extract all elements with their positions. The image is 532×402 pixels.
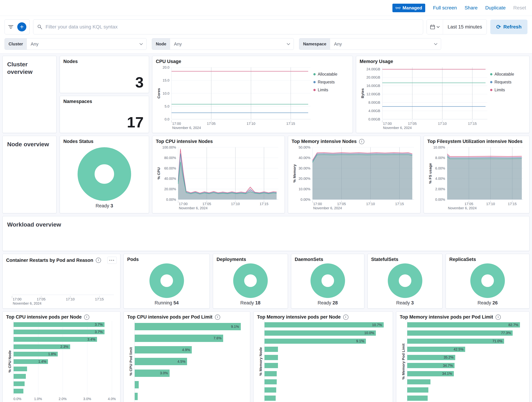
bar[interactable] bbox=[265, 353, 389, 362]
node-filter[interactable]: Node Any bbox=[152, 38, 294, 50]
add-filter-button[interactable]: + bbox=[17, 22, 26, 32]
svg-text:17:10: 17:10 bbox=[438, 122, 447, 126]
top-memory-nodes-title: Top Memory intensive Nodes bbox=[291, 139, 357, 144]
node-filter-value: Any bbox=[170, 41, 287, 47]
replicasets-donut[interactable]: Ready 26 bbox=[449, 263, 526, 306]
bar[interactable] bbox=[135, 379, 247, 391]
svg-text:17:00: 17:00 bbox=[179, 202, 188, 206]
dashboard-grid: Cluster overview Nodes 3 Namespaces 17 C… bbox=[0, 53, 532, 402]
managed-badge[interactable]: Managed bbox=[393, 4, 425, 12]
info-icon[interactable]: i bbox=[495, 314, 501, 320]
namespaces-title: Namespaces bbox=[63, 99, 92, 104]
legend-item[interactable]: Requests bbox=[313, 80, 349, 84]
pods-donut[interactable]: Running 54 bbox=[127, 263, 206, 306]
statefulsets-title: StatefulSets bbox=[371, 257, 398, 262]
donut-ring bbox=[149, 263, 185, 298]
bar[interactable]: 9.1% bbox=[135, 321, 247, 332]
bar[interactable]: 4.9% bbox=[135, 344, 247, 356]
bar[interactable]: 10.0% bbox=[265, 329, 389, 337]
bar[interactable]: 7.6% bbox=[135, 332, 247, 344]
bar[interactable] bbox=[407, 378, 526, 386]
legend-label: Requests bbox=[494, 80, 511, 84]
date-picker: Last 15 minutes bbox=[427, 19, 487, 34]
donut-label: Running 54 bbox=[155, 300, 179, 306]
statefulsets-donut[interactable]: Ready 3 bbox=[371, 263, 439, 306]
bar[interactable] bbox=[265, 378, 389, 386]
full-screen-button[interactable]: Full screen bbox=[433, 5, 457, 11]
bar[interactable] bbox=[265, 386, 389, 394]
time-range-button[interactable]: Last 15 minutes bbox=[443, 24, 487, 30]
bar[interactable]: 10.7% bbox=[265, 321, 389, 329]
bar[interactable]: 42.5% bbox=[407, 345, 526, 353]
bar[interactable]: 35.2% bbox=[407, 353, 526, 362]
info-icon[interactable]: i bbox=[96, 258, 101, 263]
svg-text:17:10: 17:10 bbox=[366, 202, 375, 206]
bar[interactable] bbox=[265, 394, 389, 402]
nodes-count-value: 3 bbox=[135, 75, 145, 90]
bar[interactable]: 3.0% bbox=[135, 367, 247, 379]
daemonsets-donut[interactable]: Ready 28 bbox=[295, 263, 361, 306]
legend-item[interactable]: Requests bbox=[490, 80, 526, 84]
legend-item[interactable]: Limits bbox=[313, 88, 349, 92]
panel-node-overview: Node overview bbox=[2, 136, 57, 213]
calendar-button[interactable] bbox=[427, 19, 443, 34]
bar[interactable] bbox=[14, 388, 117, 395]
top-fs-nodes-chart: 0.00%2.00%4.00%6.00%8.00%10.00%17:0517:1… bbox=[427, 145, 526, 210]
legend-item[interactable]: Allocatable bbox=[313, 72, 349, 77]
bar[interactable]: 4.5% bbox=[135, 356, 247, 367]
bar[interactable]: 34.7% bbox=[407, 362, 526, 370]
bar[interactable] bbox=[265, 345, 389, 353]
panel-top-fs-nodes: Top Filesystem Utilization intensive Nod… bbox=[424, 136, 530, 213]
panel-options-button[interactable]: ··· bbox=[107, 257, 117, 264]
refresh-button[interactable]: ⟳ Refresh bbox=[490, 19, 527, 34]
legend-item[interactable]: Limits bbox=[490, 88, 526, 92]
info-icon[interactable]: i bbox=[215, 314, 220, 320]
cluster-filter[interactable]: Cluster Any bbox=[5, 38, 146, 50]
bar[interactable]: 9.1% bbox=[265, 337, 389, 345]
legend-label: Limits bbox=[494, 88, 505, 92]
bar[interactable] bbox=[265, 362, 389, 370]
legend-item[interactable]: Allocatable bbox=[490, 72, 526, 77]
panel-workload-overview: Workload overview bbox=[2, 216, 530, 251]
svg-text:20.00%: 20.00% bbox=[164, 187, 176, 191]
svg-text:17:05: 17:05 bbox=[337, 202, 346, 206]
bar[interactable] bbox=[265, 370, 389, 378]
bar[interactable] bbox=[407, 394, 526, 402]
search-icon bbox=[37, 24, 42, 30]
donut-label: Ready 18 bbox=[240, 300, 260, 306]
bar[interactable]: 3.7% bbox=[14, 321, 117, 328]
bar[interactable]: 77.3% bbox=[407, 329, 526, 337]
bar[interactable] bbox=[407, 386, 526, 394]
deployments-title: Deployments bbox=[216, 257, 246, 262]
share-button[interactable]: Share bbox=[464, 5, 478, 11]
bar[interactable]: 1.8% bbox=[14, 351, 117, 358]
info-icon[interactable]: i bbox=[343, 314, 348, 320]
bar[interactable]: 71.0% bbox=[407, 337, 526, 345]
donut-ring bbox=[310, 263, 346, 298]
bar[interactable] bbox=[135, 390, 247, 402]
legend-label: Limits bbox=[318, 88, 328, 92]
bar[interactable] bbox=[14, 380, 117, 387]
kql-search-input[interactable] bbox=[45, 24, 419, 30]
donut-ring bbox=[233, 263, 268, 298]
bar[interactable]: 1.4% bbox=[14, 358, 117, 365]
filter-icon[interactable] bbox=[8, 24, 14, 30]
bar[interactable] bbox=[14, 365, 117, 372]
bar[interactable]: 3.4% bbox=[14, 336, 117, 343]
plus-icon: + bbox=[20, 24, 24, 30]
namespace-filter[interactable]: Namespace Any bbox=[299, 38, 441, 50]
info-icon[interactable]: i bbox=[84, 314, 89, 320]
bar[interactable]: 3.7% bbox=[14, 328, 117, 336]
duplicate-button[interactable]: Duplicate bbox=[485, 5, 506, 11]
nodes-status-donut[interactable]: Ready 3 bbox=[63, 145, 145, 210]
bar[interactable]: 82.7% bbox=[407, 321, 526, 329]
info-icon[interactable]: i bbox=[359, 139, 364, 144]
top-cpu-nodes-title: Top CPU intensive Nodes bbox=[156, 139, 213, 144]
bar[interactable]: 34.1% bbox=[407, 370, 526, 378]
bar[interactable]: 2.3% bbox=[14, 343, 117, 350]
bar[interactable] bbox=[14, 373, 117, 380]
deployments-donut[interactable]: Ready 18 bbox=[216, 263, 284, 306]
svg-text:17:05: 17:05 bbox=[408, 122, 417, 126]
cpu-usage-legend: AllocatableRequestsLimits bbox=[313, 65, 349, 130]
svg-text:100.00%: 100.00% bbox=[162, 145, 176, 149]
